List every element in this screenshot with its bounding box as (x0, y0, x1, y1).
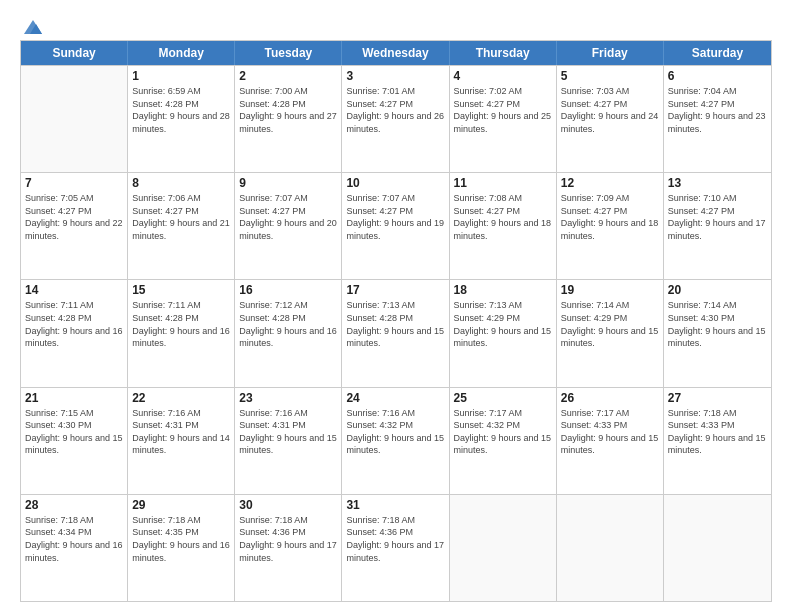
page: SundayMondayTuesdayWednesdayThursdayFrid… (0, 0, 792, 612)
day-number: 7 (25, 176, 123, 190)
day-info: Sunrise: 7:03 AM Sunset: 4:27 PM Dayligh… (561, 85, 659, 135)
calendar-cell-15: 15Sunrise: 7:11 AM Sunset: 4:28 PM Dayli… (128, 280, 235, 386)
header-day-wednesday: Wednesday (342, 41, 449, 65)
day-info: Sunrise: 7:04 AM Sunset: 4:27 PM Dayligh… (668, 85, 767, 135)
day-number: 21 (25, 391, 123, 405)
calendar-cell-13: 13Sunrise: 7:10 AM Sunset: 4:27 PM Dayli… (664, 173, 771, 279)
day-info: Sunrise: 7:07 AM Sunset: 4:27 PM Dayligh… (239, 192, 337, 242)
day-info: Sunrise: 7:08 AM Sunset: 4:27 PM Dayligh… (454, 192, 552, 242)
day-number: 25 (454, 391, 552, 405)
header-day-monday: Monday (128, 41, 235, 65)
day-info: Sunrise: 7:18 AM Sunset: 4:36 PM Dayligh… (239, 514, 337, 564)
day-number: 11 (454, 176, 552, 190)
day-info: Sunrise: 7:06 AM Sunset: 4:27 PM Dayligh… (132, 192, 230, 242)
calendar-row-0: 1Sunrise: 6:59 AM Sunset: 4:28 PM Daylig… (21, 65, 771, 172)
day-number: 22 (132, 391, 230, 405)
day-number: 17 (346, 283, 444, 297)
calendar-cell-27: 27Sunrise: 7:18 AM Sunset: 4:33 PM Dayli… (664, 388, 771, 494)
day-info: Sunrise: 7:11 AM Sunset: 4:28 PM Dayligh… (25, 299, 123, 349)
calendar-cell-23: 23Sunrise: 7:16 AM Sunset: 4:31 PM Dayli… (235, 388, 342, 494)
day-info: Sunrise: 7:16 AM Sunset: 4:31 PM Dayligh… (132, 407, 230, 457)
day-number: 20 (668, 283, 767, 297)
day-number: 29 (132, 498, 230, 512)
day-info: Sunrise: 7:15 AM Sunset: 4:30 PM Dayligh… (25, 407, 123, 457)
calendar-cell-6: 6Sunrise: 7:04 AM Sunset: 4:27 PM Daylig… (664, 66, 771, 172)
day-info: Sunrise: 7:05 AM Sunset: 4:27 PM Dayligh… (25, 192, 123, 242)
day-info: Sunrise: 7:09 AM Sunset: 4:27 PM Dayligh… (561, 192, 659, 242)
calendar-cell-empty-4 (450, 495, 557, 601)
day-info: Sunrise: 7:13 AM Sunset: 4:28 PM Dayligh… (346, 299, 444, 349)
calendar-cell-7: 7Sunrise: 7:05 AM Sunset: 4:27 PM Daylig… (21, 173, 128, 279)
header-day-friday: Friday (557, 41, 664, 65)
day-number: 26 (561, 391, 659, 405)
calendar-cell-28: 28Sunrise: 7:18 AM Sunset: 4:34 PM Dayli… (21, 495, 128, 601)
calendar-cell-empty-5 (557, 495, 664, 601)
day-info: Sunrise: 7:18 AM Sunset: 4:34 PM Dayligh… (25, 514, 123, 564)
day-number: 23 (239, 391, 337, 405)
day-info: Sunrise: 7:11 AM Sunset: 4:28 PM Dayligh… (132, 299, 230, 349)
calendar-cell-22: 22Sunrise: 7:16 AM Sunset: 4:31 PM Dayli… (128, 388, 235, 494)
day-number: 8 (132, 176, 230, 190)
calendar-cell-5: 5Sunrise: 7:03 AM Sunset: 4:27 PM Daylig… (557, 66, 664, 172)
day-info: Sunrise: 7:10 AM Sunset: 4:27 PM Dayligh… (668, 192, 767, 242)
calendar-cell-21: 21Sunrise: 7:15 AM Sunset: 4:30 PM Dayli… (21, 388, 128, 494)
day-number: 14 (25, 283, 123, 297)
calendar-row-2: 14Sunrise: 7:11 AM Sunset: 4:28 PM Dayli… (21, 279, 771, 386)
calendar-cell-26: 26Sunrise: 7:17 AM Sunset: 4:33 PM Dayli… (557, 388, 664, 494)
calendar-cell-29: 29Sunrise: 7:18 AM Sunset: 4:35 PM Dayli… (128, 495, 235, 601)
header-day-tuesday: Tuesday (235, 41, 342, 65)
calendar-cell-24: 24Sunrise: 7:16 AM Sunset: 4:32 PM Dayli… (342, 388, 449, 494)
day-number: 5 (561, 69, 659, 83)
calendar-cell-10: 10Sunrise: 7:07 AM Sunset: 4:27 PM Dayli… (342, 173, 449, 279)
calendar-header: SundayMondayTuesdayWednesdayThursdayFrid… (21, 41, 771, 65)
calendar-cell-19: 19Sunrise: 7:14 AM Sunset: 4:29 PM Dayli… (557, 280, 664, 386)
day-info: Sunrise: 7:02 AM Sunset: 4:27 PM Dayligh… (454, 85, 552, 135)
day-info: Sunrise: 7:16 AM Sunset: 4:31 PM Dayligh… (239, 407, 337, 457)
day-info: Sunrise: 7:07 AM Sunset: 4:27 PM Dayligh… (346, 192, 444, 242)
calendar-cell-18: 18Sunrise: 7:13 AM Sunset: 4:29 PM Dayli… (450, 280, 557, 386)
calendar-cell-20: 20Sunrise: 7:14 AM Sunset: 4:30 PM Dayli… (664, 280, 771, 386)
calendar: SundayMondayTuesdayWednesdayThursdayFrid… (20, 40, 772, 602)
day-info: Sunrise: 7:01 AM Sunset: 4:27 PM Dayligh… (346, 85, 444, 135)
day-info: Sunrise: 7:13 AM Sunset: 4:29 PM Dayligh… (454, 299, 552, 349)
day-info: Sunrise: 7:12 AM Sunset: 4:28 PM Dayligh… (239, 299, 337, 349)
calendar-cell-14: 14Sunrise: 7:11 AM Sunset: 4:28 PM Dayli… (21, 280, 128, 386)
day-number: 6 (668, 69, 767, 83)
day-number: 1 (132, 69, 230, 83)
day-number: 4 (454, 69, 552, 83)
day-number: 19 (561, 283, 659, 297)
calendar-cell-8: 8Sunrise: 7:06 AM Sunset: 4:27 PM Daylig… (128, 173, 235, 279)
day-info: Sunrise: 7:18 AM Sunset: 4:36 PM Dayligh… (346, 514, 444, 564)
calendar-cell-12: 12Sunrise: 7:09 AM Sunset: 4:27 PM Dayli… (557, 173, 664, 279)
calendar-cell-25: 25Sunrise: 7:17 AM Sunset: 4:32 PM Dayli… (450, 388, 557, 494)
calendar-cell-11: 11Sunrise: 7:08 AM Sunset: 4:27 PM Dayli… (450, 173, 557, 279)
day-number: 28 (25, 498, 123, 512)
day-info: Sunrise: 6:59 AM Sunset: 4:28 PM Dayligh… (132, 85, 230, 135)
day-number: 18 (454, 283, 552, 297)
day-info: Sunrise: 7:18 AM Sunset: 4:33 PM Dayligh… (668, 407, 767, 457)
calendar-row-3: 21Sunrise: 7:15 AM Sunset: 4:30 PM Dayli… (21, 387, 771, 494)
day-number: 2 (239, 69, 337, 83)
calendar-cell-16: 16Sunrise: 7:12 AM Sunset: 4:28 PM Dayli… (235, 280, 342, 386)
day-info: Sunrise: 7:18 AM Sunset: 4:35 PM Dayligh… (132, 514, 230, 564)
day-info: Sunrise: 7:14 AM Sunset: 4:29 PM Dayligh… (561, 299, 659, 349)
calendar-cell-30: 30Sunrise: 7:18 AM Sunset: 4:36 PM Dayli… (235, 495, 342, 601)
calendar-cell-1: 1Sunrise: 6:59 AM Sunset: 4:28 PM Daylig… (128, 66, 235, 172)
calendar-row-4: 28Sunrise: 7:18 AM Sunset: 4:34 PM Dayli… (21, 494, 771, 601)
day-number: 9 (239, 176, 337, 190)
day-info: Sunrise: 7:17 AM Sunset: 4:33 PM Dayligh… (561, 407, 659, 457)
day-number: 24 (346, 391, 444, 405)
day-number: 31 (346, 498, 444, 512)
day-number: 15 (132, 283, 230, 297)
calendar-cell-17: 17Sunrise: 7:13 AM Sunset: 4:28 PM Dayli… (342, 280, 449, 386)
calendar-row-1: 7Sunrise: 7:05 AM Sunset: 4:27 PM Daylig… (21, 172, 771, 279)
day-number: 16 (239, 283, 337, 297)
header-day-saturday: Saturday (664, 41, 771, 65)
header-day-sunday: Sunday (21, 41, 128, 65)
day-info: Sunrise: 7:00 AM Sunset: 4:28 PM Dayligh… (239, 85, 337, 135)
day-info: Sunrise: 7:14 AM Sunset: 4:30 PM Dayligh… (668, 299, 767, 349)
day-info: Sunrise: 7:16 AM Sunset: 4:32 PM Dayligh… (346, 407, 444, 457)
day-number: 10 (346, 176, 444, 190)
day-number: 12 (561, 176, 659, 190)
calendar-cell-empty-0 (21, 66, 128, 172)
